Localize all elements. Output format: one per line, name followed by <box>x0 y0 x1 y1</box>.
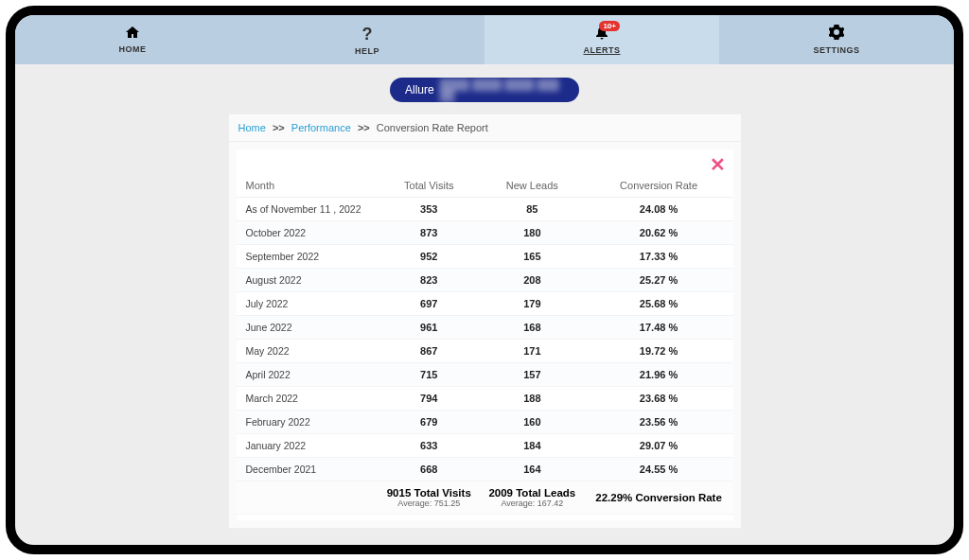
breadcrumb-current: Conversion Rate Report <box>377 122 488 133</box>
cell-leads: 171 <box>480 340 585 363</box>
close-icon[interactable]: ✕ <box>710 153 726 176</box>
cell-leads: 85 <box>480 198 585 221</box>
cell-month: June 2022 <box>237 316 379 340</box>
cell-rate: 25.27 % <box>585 269 733 292</box>
panel: Home >> Performance >> Conversion Rate R… <box>228 114 742 529</box>
breadcrumb-performance[interactable]: Performance <box>291 122 351 133</box>
table-row: December 202166816424.55 % <box>237 458 733 481</box>
pill-sub: ████ ████ ████ ███ ██ <box>440 79 564 101</box>
device-frame: HOME ? HELP 10+ ALERTS SETTINGS Allure █… <box>6 6 963 554</box>
cell-rate: 21.96 % <box>585 363 733 387</box>
nav-home-label: HOME <box>119 44 147 54</box>
cell-month: August 2022 <box>237 269 379 292</box>
cell-visits: 668 <box>379 458 481 481</box>
col-visits: Total Visits <box>379 174 481 198</box>
report-card: ✕ Month Total Visits New Leads Conversio… <box>237 149 733 520</box>
summary-leads-avg: Average: 167.42 <box>484 499 581 508</box>
summary-visits-avg: Average: 751.25 <box>382 499 477 508</box>
table-row: July 202269717925.68 % <box>237 292 733 316</box>
cell-rate: 24.08 % <box>585 198 733 221</box>
cell-leads: 179 <box>480 292 585 316</box>
cell-visits: 823 <box>379 269 481 292</box>
nav-home[interactable]: HOME <box>15 15 250 64</box>
cell-month: October 2022 <box>237 221 379 245</box>
summary-visits-total: 9015 Total Visits <box>382 487 477 499</box>
cell-month: March 2022 <box>237 387 379 411</box>
cell-leads: 165 <box>480 245 585 269</box>
cell-rate: 23.56 % <box>585 411 733 434</box>
cell-visits: 873 <box>379 221 481 245</box>
cell-visits: 353 <box>379 198 481 221</box>
table-row: January 202263318429.07 % <box>237 434 733 458</box>
breadcrumb-home[interactable]: Home <box>238 122 266 133</box>
cell-rate: 19.72 % <box>585 340 733 363</box>
table-row: October 202287318020.62 % <box>237 221 733 245</box>
cell-leads: 157 <box>480 363 585 387</box>
home-icon <box>125 26 140 43</box>
pill-label: Allure <box>405 83 434 96</box>
alert-badge: 10+ <box>599 21 620 31</box>
cell-month: April 2022 <box>237 363 379 387</box>
nav-help[interactable]: ? HELP <box>250 15 484 64</box>
question-icon: ? <box>362 25 373 44</box>
table-row: August 202282320825.27 % <box>237 269 733 292</box>
summary-leads-total: 2009 Total Leads <box>484 487 581 499</box>
cell-leads: 184 <box>480 434 585 458</box>
cell-visits: 794 <box>379 387 481 411</box>
nav-settings-label: SETTINGS <box>813 45 859 55</box>
table-row: May 202286717119.72 % <box>237 340 733 363</box>
location-pill[interactable]: Allure ████ ████ ████ ███ ██ <box>390 78 579 102</box>
cell-month: December 2021 <box>237 458 379 481</box>
cell-visits: 952 <box>379 245 481 269</box>
report-table: Month Total Visits New Leads Conversion … <box>237 174 733 515</box>
table-row: April 202271515721.96 % <box>237 363 733 387</box>
cell-leads: 188 <box>480 387 585 411</box>
nav-help-label: HELP <box>355 46 379 56</box>
nav-settings[interactable]: SETTINGS <box>719 15 954 64</box>
cell-visits: 697 <box>379 292 481 316</box>
nav-alerts[interactable]: 10+ ALERTS <box>484 15 719 64</box>
cell-leads: 164 <box>480 458 585 481</box>
col-month: Month <box>237 174 379 198</box>
cell-visits: 633 <box>379 434 481 458</box>
cell-month: September 2022 <box>237 245 379 269</box>
cell-visits: 961 <box>379 316 481 340</box>
cell-month: July 2022 <box>237 292 379 316</box>
cell-rate: 17.48 % <box>585 316 733 340</box>
bell-icon: 10+ <box>595 26 608 44</box>
cell-leads: 208 <box>480 269 585 292</box>
table-row: March 202279418823.68 % <box>237 387 733 411</box>
breadcrumb-sep: >> <box>358 122 370 133</box>
cell-leads: 180 <box>480 221 585 245</box>
table-row: February 202267916023.56 % <box>237 411 733 434</box>
cell-month: February 2022 <box>237 411 379 434</box>
cell-month: January 2022 <box>237 434 379 458</box>
cell-visits: 867 <box>379 340 481 363</box>
cell-rate: 17.33 % <box>585 245 733 269</box>
summary-row: 9015 Total Visits Average: 751.25 2009 T… <box>237 481 733 515</box>
cell-rate: 29.07 % <box>585 434 733 458</box>
cell-rate: 20.62 % <box>585 221 733 245</box>
breadcrumb-sep: >> <box>273 122 285 133</box>
col-rate: Conversion Rate <box>585 174 733 198</box>
summary-rate: 22.29% Conversion Rate <box>589 492 730 503</box>
col-leads: New Leads <box>480 174 585 198</box>
cell-month: As of November 11 , 2022 <box>237 198 379 221</box>
cell-rate: 25.68 % <box>585 292 733 316</box>
cell-leads: 160 <box>480 411 585 434</box>
table-row: June 202296116817.48 % <box>237 316 733 340</box>
breadcrumb: Home >> Performance >> Conversion Rate R… <box>229 114 741 142</box>
top-nav: HOME ? HELP 10+ ALERTS SETTINGS <box>15 15 954 64</box>
table-row: As of November 11 , 20223538524.08 % <box>237 198 733 221</box>
content-area: Allure ████ ████ ████ ███ ██ Home >> Per… <box>15 64 954 529</box>
cell-rate: 24.55 % <box>585 458 733 481</box>
cell-rate: 23.68 % <box>585 387 733 411</box>
cell-month: May 2022 <box>237 340 379 363</box>
gear-icon <box>829 25 844 44</box>
cell-leads: 168 <box>480 316 585 340</box>
cell-visits: 679 <box>379 411 481 434</box>
table-row: September 202295216517.33 % <box>237 245 733 269</box>
nav-alerts-label: ALERTS <box>584 45 621 55</box>
cell-visits: 715 <box>379 363 481 387</box>
